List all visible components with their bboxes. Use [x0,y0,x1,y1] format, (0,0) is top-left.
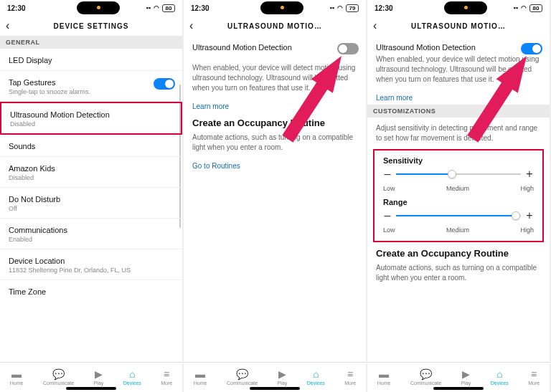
nav-bar: ‹ ULTRASOUND MOTIO… [367,16,550,36]
page-title: ULTRASOUND MOTIO… [184,22,366,30]
battery-icon: 79 [346,4,359,12]
play-icon: ▶ [462,369,470,379]
routine-heading: Create an Occupancy Routine [367,242,550,263]
toggle-umd[interactable] [337,43,359,54]
status-right: ▪▪ ◠ 80 [146,4,175,12]
section-general: GENERAL [0,36,182,49]
wifi-icon: ◠ [521,4,527,11]
tab-more[interactable]: ≡More [161,369,172,386]
devices-icon: ⌂ [313,369,319,379]
routine-desc: Automate actions, such as turning on a c… [367,263,550,289]
row-tap-gestures[interactable]: Tap Gestures Single-tap to snooze alarms… [0,71,182,102]
row-umd-toggle: Ultrasound Motion Detection [184,36,366,57]
tab-devices[interactable]: ⌂Devices [491,369,509,386]
learn-more-link[interactable]: Learn more [184,100,237,113]
tab-home[interactable]: ▬Home [194,369,207,386]
home-icon: ▬ [11,369,22,379]
section-customizations: CUSTOMIZATIONS [367,105,550,118]
tab-devices[interactable]: ⌂Devices [307,369,325,386]
routine-heading: Create an Occupancy Routine [184,113,366,133]
tab-communicate[interactable]: 💬Communicate [43,369,74,386]
sensitivity-increase[interactable]: + [525,168,534,181]
row-sounds[interactable]: Sounds [0,135,182,157]
dynamic-island [77,1,120,14]
wifi-icon: ◠ [154,4,159,11]
tab-communicate[interactable]: 💬Communicate [410,369,441,386]
content-area: Ultrasound Motion Detection When enabled… [367,36,550,362]
sensitivity-track[interactable] [396,173,521,175]
signal-icon: ▪▪ [146,4,151,11]
umd-description: When enabled, your device will detect mo… [367,54,550,90]
learn-more-link[interactable]: Learn more [367,91,421,105]
status-bar: 12:30 ▪▪ ◠ 79 [184,0,366,16]
toggle-tap-gestures[interactable] [154,78,175,90]
home-indicator[interactable] [66,387,116,390]
row-led-display[interactable]: LED Display [0,49,182,71]
row-time-zone[interactable]: Time Zone [0,280,182,302]
clock: 12:30 [191,4,234,12]
chat-icon: 💬 [420,369,432,379]
range-track[interactable] [396,215,521,216]
tab-play[interactable]: ▶Play [278,369,288,386]
customizations-desc: Adjust sensitivity in detecting movement… [367,118,550,149]
toggle-umd[interactable] [521,43,542,54]
range-decrease[interactable]: – [383,209,392,222]
screen-umd-on: 12:30 ▪▪ ◠ 80 ‹ ULTRASOUND MOTIO… Ultras… [367,0,551,392]
range-increase[interactable]: + [525,209,534,222]
tab-devices[interactable]: ⌂Devices [123,369,141,386]
row-do-not-disturb[interactable]: Do Not Disturb Off [0,188,182,219]
signal-icon: ▪▪ [330,4,334,11]
clock: 12:30 [7,4,50,12]
sensitivity-slider: Sensitivity – + LowMediumHigh [375,153,542,195]
play-icon: ▶ [278,369,286,379]
battery-icon: 80 [162,4,175,12]
row-amazon-kids[interactable]: Amazon Kids Disabled [0,157,182,188]
dynamic-island [260,1,303,14]
sensitivity-decrease[interactable]: – [383,168,392,181]
tab-home[interactable]: ▬Home [10,369,24,386]
tab-play[interactable]: ▶Play [94,369,104,386]
more-icon: ≡ [531,369,537,379]
nav-bar: ‹ ULTRASOUND MOTIO… [184,16,366,36]
devices-icon: ⌂ [129,369,135,379]
page-title: ULTRASOUND MOTIO… [367,22,550,30]
back-button[interactable]: ‹ [373,19,377,32]
chat-icon: 💬 [236,369,248,379]
umd-description: When enabled, your device will detect mo… [184,57,366,99]
row-communications[interactable]: Communications Enabled [0,219,182,249]
home-icon: ▬ [195,369,205,379]
page-title: DEVICE SETTINGS [0,22,182,30]
row-device-location[interactable]: Device Location 11832 Sheltering Pine Dr… [0,249,182,280]
battery-icon: 80 [529,4,542,12]
devices-icon: ⌂ [496,369,502,379]
routine-desc: Automate actions, such as turning on a c… [184,133,366,158]
back-button[interactable]: ‹ [6,19,9,32]
play-icon: ▶ [95,369,103,379]
back-button[interactable]: ‹ [189,19,193,32]
row-ultrasound-motion[interactable]: Ultrasound Motion Detection Disabled [0,102,182,135]
more-icon: ≡ [164,369,169,379]
home-indicator[interactable] [433,387,484,390]
clock: 12:30 [375,4,418,12]
home-icon: ▬ [379,369,389,379]
range-slider: Range – + LowMediumHigh [375,195,542,236]
go-to-routines-link[interactable]: Go to Routines [184,159,249,173]
settings-list: LED Display Tap Gestures Single-tap to s… [0,49,182,362]
nav-bar: ‹ DEVICE SETTINGS [0,16,182,36]
dynamic-island [444,1,487,14]
content-area: Ultrasound Motion Detection When enabled… [184,36,366,362]
tab-more[interactable]: ≡More [528,369,540,386]
tab-more[interactable]: ≡More [344,369,356,386]
chat-icon: 💬 [52,369,65,379]
signal-icon: ▪▪ [514,4,518,11]
tab-home[interactable]: ▬Home [377,369,391,386]
home-indicator[interactable] [250,387,300,390]
status-bar: 12:30 ▪▪ ◠ 80 [0,0,182,16]
customizations-panel: Sensitivity – + LowMediumHigh Range – [373,149,544,242]
row-umd-toggle: Ultrasound Motion Detection [367,36,550,54]
screen-device-settings: 12:30 ▪▪ ◠ 80 ‹ DEVICE SETTINGS GENERAL … [0,0,184,392]
wifi-icon: ◠ [337,4,343,11]
status-bar: 12:30 ▪▪ ◠ 80 [367,0,550,16]
tab-communicate[interactable]: 💬Communicate [227,369,258,386]
tab-play[interactable]: ▶Play [461,369,471,386]
